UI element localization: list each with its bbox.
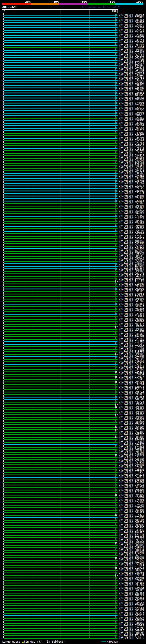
hit-label[interactable]: UniRef100_Q7MGU0 xyxy=(119,504,146,506)
alignment-bar[interactable] xyxy=(4,628,116,629)
hit-label[interactable]: UniRef100_C6I3M6 xyxy=(119,458,146,461)
alignment-bar[interactable] xyxy=(4,452,116,453)
hit-label[interactable]: UniRef100_A2QI31 xyxy=(119,534,146,536)
alignment-bar[interactable] xyxy=(4,236,116,237)
alignment-bar[interactable] xyxy=(4,500,116,500)
hit-label[interactable]: UniRef100_C5N4J8 xyxy=(119,170,146,172)
alignment-bar[interactable] xyxy=(4,30,116,30)
alignment-bar[interactable] xyxy=(4,638,116,639)
alignment-bar[interactable] xyxy=(4,484,116,486)
hit-label[interactable]: UniRef100_D0FN73 xyxy=(119,569,146,572)
hit-label[interactable]: UniRef100_C2X207 xyxy=(119,26,146,29)
hit-label[interactable]: UniRef100_C2FHT9 xyxy=(119,36,146,39)
alignment-bar[interactable] xyxy=(4,138,116,139)
hit-label[interactable]: UniRef100_B0RN44 xyxy=(119,305,146,308)
hit-label[interactable]: UniRef100_B5V589 xyxy=(119,268,146,270)
alignment-bar[interactable] xyxy=(4,294,116,294)
alignment-bar[interactable] xyxy=(4,590,116,591)
alignment-bar[interactable] xyxy=(4,145,116,146)
hit-label[interactable]: UniRef100_UPI000.. xyxy=(119,353,146,356)
alignment-bar[interactable] xyxy=(4,600,116,601)
alignment-bar[interactable] xyxy=(4,301,116,302)
hit-label[interactable]: UniRef100_Q67MC6 xyxy=(119,14,146,16)
alignment-bar[interactable] xyxy=(4,562,116,563)
hit-label[interactable]: UniRef100_B5XNE2 xyxy=(119,438,146,441)
hit-label[interactable]: UniRef100_B8EJH6 xyxy=(119,436,146,438)
hit-label[interactable]: UniRef100_C2SP33 xyxy=(119,99,146,102)
alignment-bar[interactable] xyxy=(4,120,116,121)
alignment-bar[interactable] xyxy=(4,324,116,325)
alignment-bar[interactable] xyxy=(4,168,116,169)
hit-label[interactable]: UniRef100_A4BP25 xyxy=(119,401,146,403)
alignment-bar[interactable] xyxy=(4,203,116,204)
alignment-bar[interactable] xyxy=(4,407,116,408)
hit-label[interactable]: UniRef100_UPI000.. xyxy=(119,416,146,418)
alignment-bar[interactable] xyxy=(4,580,116,581)
alignment-bar[interactable] xyxy=(4,304,116,304)
alignment-bar[interactable] xyxy=(4,62,116,63)
alignment-bar[interactable] xyxy=(4,329,116,330)
hit-label[interactable]: UniRef100_C2K9D3 xyxy=(119,197,146,200)
hit-label[interactable]: UniRef100_Q7WDN9 xyxy=(119,496,146,499)
hit-label[interactable]: UniRef100_P0A509 xyxy=(119,494,146,496)
hit-label[interactable]: UniRef100_C8LNX1 xyxy=(119,157,146,160)
hit-label[interactable]: UniRef100_C3EPQ7 xyxy=(119,177,146,180)
alignment-bar[interactable] xyxy=(4,404,116,405)
hit-label[interactable]: UniRef100_C3INC9 xyxy=(119,262,146,265)
hit-label[interactable]: UniRef100_C3I568 xyxy=(119,172,146,174)
hit-label[interactable]: UniRef100_C6AYQ3 xyxy=(119,380,146,383)
hit-label[interactable]: UniRef100_Q83AZ9 xyxy=(119,609,146,612)
alignment-bar[interactable] xyxy=(4,334,116,335)
alignment-bar[interactable] xyxy=(4,439,116,440)
alignment-bar[interactable] xyxy=(4,65,116,66)
hit-label[interactable]: UniRef100_B2SIK5 xyxy=(119,338,146,340)
alignment-bar[interactable] xyxy=(4,125,116,126)
alignment-bar[interactable] xyxy=(4,512,116,513)
hit-label[interactable]: UniRef100_Q9KWU4 xyxy=(119,225,146,227)
alignment-bar[interactable] xyxy=(4,582,116,584)
hit-label[interactable]: UniRef100_Q7W2P1 xyxy=(119,499,146,501)
hit-label[interactable]: UniRef100_A8TZE2 xyxy=(119,594,146,597)
hit-label[interactable]: UniRef100_C2QG79 xyxy=(119,107,146,109)
alignment-bar[interactable] xyxy=(4,226,116,226)
alignment-bar[interactable] xyxy=(4,359,116,360)
alignment-bar[interactable] xyxy=(4,200,116,202)
alignment-bar[interactable] xyxy=(4,98,116,98)
hit-label[interactable]: UniRef100_C6CM99 xyxy=(119,232,146,235)
hit-label[interactable]: UniRef100_C3HMV8 xyxy=(119,72,146,74)
hit-label[interactable]: UniRef100_C8TXP3 xyxy=(119,572,146,574)
alignment-bar[interactable] xyxy=(4,78,116,78)
hit-label[interactable]: UniRef100_Q1L5E6 xyxy=(119,340,146,343)
alignment-bar[interactable] xyxy=(4,196,116,196)
alignment-bar[interactable] xyxy=(4,40,116,41)
alignment-bar[interactable] xyxy=(4,186,116,186)
alignment-bar[interactable] xyxy=(4,369,116,370)
hit-label[interactable]: UniRef100_Q0EWH0 xyxy=(119,524,146,526)
hit-label[interactable]: UniRef100_A8Z1P9 xyxy=(119,164,146,167)
alignment-bar[interactable] xyxy=(4,578,116,578)
hit-label[interactable]: UniRef100_UPI000.. xyxy=(119,403,146,406)
hit-label[interactable]: UniRef100_Q2B4V4 xyxy=(119,313,146,315)
alignment-bar[interactable] xyxy=(4,268,116,269)
alignment-bar[interactable] xyxy=(4,494,116,496)
alignment-bar[interactable] xyxy=(4,193,116,194)
hit-label[interactable]: UniRef100_B3XKR3 xyxy=(119,587,146,589)
alignment-bar[interactable] xyxy=(4,266,116,267)
alignment-bar[interactable] xyxy=(4,143,116,144)
alignment-bar[interactable] xyxy=(4,444,116,445)
hit-label[interactable]: UniRef100_C2YVM9 xyxy=(119,86,146,89)
hit-label[interactable]: UniRef100_Q6HEL7 xyxy=(119,54,146,56)
alignment-bar[interactable] xyxy=(4,248,116,249)
hit-label[interactable]: UniRef100_C3G7B2 xyxy=(119,76,146,79)
alignment-bar[interactable] xyxy=(4,153,116,154)
hit-label[interactable]: UniRef100_B9M3H8 xyxy=(119,335,146,338)
hit-label[interactable]: UniRef100_B3ZRM0 xyxy=(119,119,146,122)
hit-label[interactable]: UniRef100_Q8FD40 xyxy=(119,546,146,549)
alignment-bar[interactable] xyxy=(4,572,116,574)
hit-label[interactable]: UniRef100_Q1ZKL7 xyxy=(119,315,146,318)
hit-label[interactable]: UniRef100_Q2YY61 xyxy=(119,139,146,142)
hit-label[interactable]: UniRef100_C2E8E9 xyxy=(119,117,146,119)
alignment-bar[interactable] xyxy=(4,374,116,375)
hit-label[interactable]: UniRef100_A8FCU3 xyxy=(119,519,146,521)
hit-label[interactable]: UniRef100_Q3BY69 xyxy=(119,368,146,370)
